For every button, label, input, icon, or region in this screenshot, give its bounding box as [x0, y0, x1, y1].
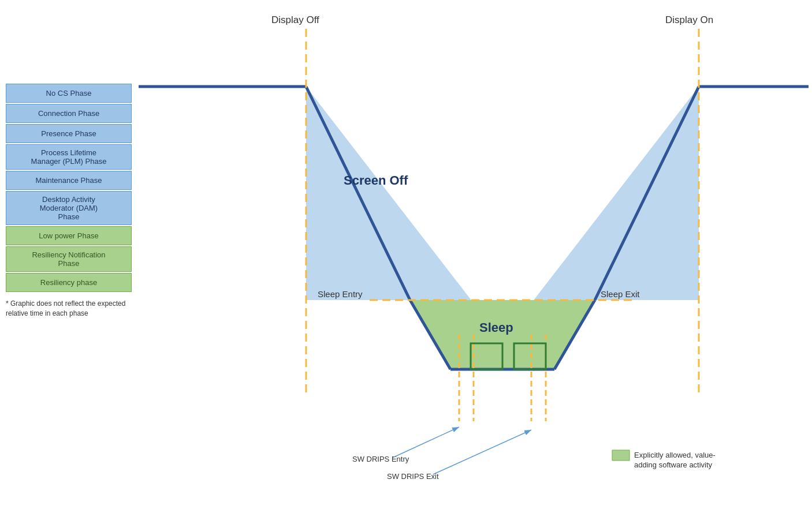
diagram-svg: Screen Off Sleep Display Off Display On …: [139, 0, 809, 513]
legend-maintenance-phase: Maintenance Phase: [6, 171, 132, 190]
legend-plm-phase: Process LifetimeManager (PLM) Phase: [6, 144, 132, 170]
drips-exit-arrow: [433, 430, 531, 474]
legend-connection-phase: Connection Phase: [6, 104, 132, 123]
legend-presence-phase: Presence Phase: [6, 124, 132, 143]
diagram-area: Screen Off Sleep Display Off Display On …: [139, 0, 809, 513]
sleep-exit-label: Sleep Exit: [601, 289, 640, 299]
legend-resiliency-phase: Resiliency phase: [6, 273, 132, 292]
sleep-entry-label: Sleep Entry: [318, 289, 363, 299]
display-off-label: Display Off: [271, 14, 319, 25]
legend-dam-phase: Desktop ActivityModerator (DAM)Phase: [6, 191, 132, 225]
drips-entry-arrow: [393, 427, 459, 458]
page-container: No CS Phase Connection Phase Presence Ph…: [0, 0, 812, 513]
legend-text-line2: adding software activity: [634, 460, 713, 469]
legend-note: * Graphic does not reflect the expected …: [6, 299, 132, 319]
legend-resiliency-notification-phase: Resiliency NotificationPhase: [6, 246, 132, 272]
legend-low-power-phase: Low power Phase: [6, 226, 132, 245]
legend-text-line1: Explicitly allowed, value-: [634, 451, 716, 459]
legend-panel: No CS Phase Connection Phase Presence Ph…: [6, 84, 132, 319]
sw-drips-entry-label: SW DRIPS Entry: [352, 455, 409, 463]
sw-drips-exit-label: SW DRIPS Exit: [387, 472, 439, 481]
sleep-text: Sleep: [479, 320, 513, 335]
screen-off-text: Screen Off: [344, 173, 408, 188]
legend-green-swatch: [612, 450, 630, 460]
legend-no-cs-phase: No CS Phase: [6, 84, 132, 103]
display-on-label: Display On: [665, 14, 713, 25]
